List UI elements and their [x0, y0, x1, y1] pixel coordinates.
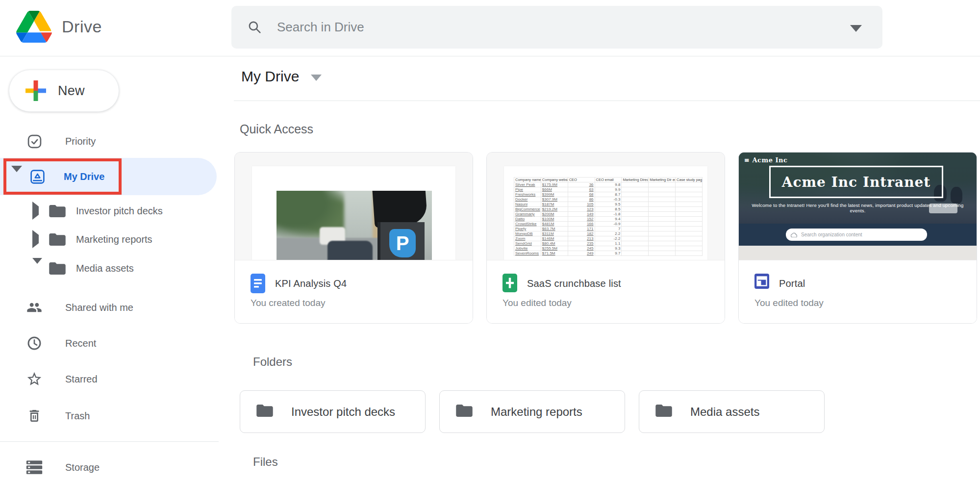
sheet-thumbnail: Company nameCompany websitCEOCEO emailMa…: [487, 153, 725, 260]
folder-chip-label: Media assets: [690, 405, 759, 419]
files-heading: Files: [253, 455, 278, 469]
sidebar-divider: [0, 441, 219, 442]
spreadsheet-row: Datto$100M1529.4: [514, 217, 703, 222]
spreadsheet-row: Freshworks$399M688.7: [514, 192, 703, 197]
sidebar-item-media-assets[interactable]: Media assets: [0, 254, 219, 282]
quick-access-card-kpi-analysis[interactable]: P KPI Analysis Q4 You created today: [234, 152, 473, 324]
page-title-row: My Drive: [241, 68, 322, 85]
search-options-chevron-down-icon[interactable]: [850, 25, 862, 32]
cloud-icon: [791, 232, 797, 237]
doc-page: P: [252, 166, 455, 260]
folder-chip-media-assets[interactable]: Media assets: [639, 390, 825, 433]
my-drive-icon: [27, 169, 47, 185]
sidebar-item-label: Priority: [65, 136, 96, 147]
spreadsheet-row: Docker$307.9M86-0.3: [514, 197, 703, 202]
card-subtitle: You edited today: [754, 298, 824, 308]
folder-chip-marketing-reports[interactable]: Marketing reports: [439, 390, 625, 433]
folder-icon: [48, 261, 67, 276]
folder-icon: [654, 403, 673, 420]
folders-heading: Folders: [253, 355, 292, 369]
expand-caret-icon[interactable]: [32, 235, 39, 244]
sidebar-item-shared-with-me[interactable]: Shared with me: [0, 290, 219, 325]
google-docs-icon: [251, 274, 265, 295]
sidebar-item-storage[interactable]: Storage: [0, 450, 219, 484]
spreadsheet-row: Pipe$66M639.9: [514, 187, 703, 192]
card-subtitle: You created today: [251, 298, 325, 308]
spreadsheet-row: Nasuni$187M1059.5: [514, 202, 703, 207]
folder-icon: [48, 232, 67, 247]
spreadsheet-col-header: CEO email: [595, 178, 622, 182]
drive-logo[interactable]: Drive: [16, 11, 102, 43]
spreadsheet-thumb-table: Company nameCompany websitCEOCEO emailMa…: [514, 177, 703, 256]
doc-thumbnail: P: [235, 153, 473, 260]
site-gray-band: [739, 246, 977, 260]
site-thumbnail: ≡ Acme Inc Acme Inc Intranet Welcome to …: [739, 153, 977, 260]
sidebar-item-label: My Drive: [64, 171, 104, 182]
parking-p-badge: P: [389, 229, 416, 257]
sidebar-item-label: Media assets: [76, 263, 134, 274]
site-navy-bar: Search organization content: [739, 224, 977, 246]
site-brand: ≡ Acme Inc: [744, 156, 787, 164]
card-footer: Portal You edited today: [739, 260, 977, 324]
search-input[interactable]: Search in Drive: [231, 6, 882, 49]
spreadsheet-row: Pipefy$63.7M1717: [514, 227, 703, 231]
spreadsheet-col-header: Company websit: [541, 178, 568, 182]
sidebar-item-priority[interactable]: Priority: [0, 124, 219, 159]
google-drive-screen: Drive Search in Drive New: [0, 0, 980, 484]
spreadsheet-row: CrowdStrike$481M166-0.9: [514, 222, 703, 227]
storage-icon: [25, 460, 44, 475]
people-icon: [25, 300, 44, 315]
sidebar-item-label: Starred: [65, 374, 98, 385]
page-title-chevron-down-icon[interactable]: [311, 75, 322, 81]
site-search-input: Search organization content: [786, 229, 927, 241]
spreadsheet-row: MongoDB$311M1822.2: [514, 231, 703, 236]
my-drive-expand-caret-icon[interactable]: [11, 172, 22, 181]
sidebar-item-recent[interactable]: Recent: [0, 326, 219, 361]
spreadsheet-row: Grammarly$200M149-1.8: [514, 212, 703, 217]
hamburger-icon: ≡: [744, 156, 750, 164]
star-icon: [25, 371, 44, 387]
spreadsheet-col-header: CEO: [568, 178, 595, 182]
sidebar-item-marketing-reports[interactable]: Marketing reports: [0, 225, 219, 254]
sidebar-item-my-drive[interactable]: My Drive: [0, 158, 219, 195]
card-title: SaaS crunchbase list: [527, 274, 621, 293]
spreadsheet-col-header: Marketing Direct: [622, 178, 649, 182]
quick-access-card-portal[interactable]: ≡ Acme Inc Acme Inc Intranet Welcome to …: [738, 152, 977, 324]
folder-icon: [455, 403, 474, 420]
spreadsheet-row: Jobvite$255.5M2459.3: [514, 246, 703, 251]
sidebar-item-label: Trash: [65, 410, 90, 422]
site-welcome-text: Welcome to the Intranet! Here you'll fin…: [747, 203, 969, 213]
folder-icon: [48, 204, 67, 219]
spreadsheet-col-header: Company name: [514, 178, 541, 182]
folder-chip-investor-pitch-decks[interactable]: Investor pitch decks: [240, 390, 426, 433]
collapse-caret-icon[interactable]: [32, 264, 42, 273]
google-sites-icon: [754, 274, 769, 291]
site-search-placeholder: Search organization content: [801, 232, 862, 237]
search-placeholder: Search in Drive: [277, 20, 364, 35]
quick-access-card-saas-crunchbase[interactable]: Company nameCompany websitCEOCEO emailMa…: [486, 152, 725, 324]
google-sheets-icon: [503, 274, 517, 294]
sheet-page: Company nameCompany websitCEOCEO emailMa…: [504, 166, 707, 260]
drive-logo-icon: [16, 11, 52, 43]
sidebar: New Priority My Drive Investor pitch dec…: [0, 57, 219, 484]
page-title: My Drive: [241, 68, 299, 85]
expand-caret-icon[interactable]: [32, 206, 39, 215]
new-button[interactable]: New: [9, 70, 119, 112]
site-title: Acme Inc Intranet: [782, 174, 931, 190]
spreadsheet-row: Zoom$146M213-2.2: [514, 236, 703, 241]
card-footer: KPI Analysis Q4 You created today: [235, 260, 473, 324]
content-divider: [234, 101, 980, 101]
quick-access-heading: Quick Access: [240, 122, 313, 136]
sidebar-item-trash[interactable]: Trash: [0, 398, 219, 433]
card-subtitle: You edited today: [503, 298, 572, 308]
sidebar-item-investor-pitch-decks[interactable]: Investor pitch decks: [0, 197, 219, 225]
sidebar-item-starred[interactable]: Starred: [0, 361, 219, 397]
spreadsheet-row: SendGrid$80.4M2351.1: [514, 241, 703, 246]
sidebar-item-label: Recent: [65, 338, 96, 349]
folder-chip-label: Investor pitch decks: [291, 405, 395, 419]
card-title: KPI Analysis Q4: [275, 274, 347, 293]
card-footer: SaaS crunchbase list You edited today: [487, 260, 725, 324]
sidebar-item-label: Storage: [65, 462, 100, 473]
spreadsheet-col-header: Marketing Dir em: [649, 178, 676, 182]
spreadsheet-col-header: Case study page?: [676, 178, 703, 182]
